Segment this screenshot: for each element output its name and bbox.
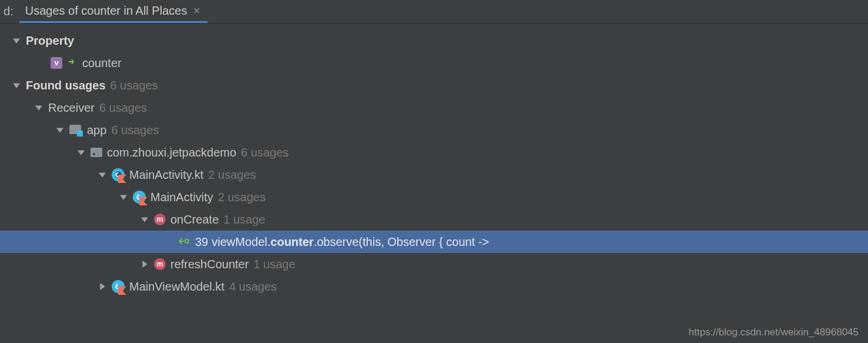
- file-label: MainViewModel.kt: [129, 275, 224, 298]
- property-name: counter: [82, 52, 122, 74]
- code-snippet: viewModel.counter.observe(this, Observer…: [212, 231, 489, 253]
- chevron-right-icon[interactable]: [96, 281, 108, 292]
- usage-count: 2 usages: [208, 164, 256, 186]
- chevron-right-icon[interactable]: [139, 258, 150, 270]
- kotlin-class-icon: [112, 280, 125, 293]
- chevron-down-icon[interactable]: [118, 191, 129, 203]
- chevron-down-icon[interactable]: [75, 146, 87, 158]
- svg-point-0: [185, 239, 189, 243]
- node-method-oncreate[interactable]: m onCreate 1 usage: [0, 208, 868, 231]
- kotlin-class-icon: [112, 168, 125, 181]
- node-property-item[interactable]: v counter: [0, 52, 868, 74]
- usage-count: 1 usage: [223, 208, 265, 231]
- usage-count: 6 usages: [99, 96, 147, 119]
- node-method-refreshcounter[interactable]: m refreshCounter 1 usage: [0, 253, 868, 275]
- usage-count: 1 usage: [253, 253, 295, 275]
- chevron-down-icon[interactable]: [139, 214, 150, 225]
- node-app[interactable]: app 6 usages: [0, 119, 868, 141]
- node-class-mainactivity[interactable]: MainActivity 2 usages: [0, 186, 868, 208]
- line-number: 39: [195, 231, 208, 253]
- module-icon: [69, 125, 82, 135]
- node-file-mainviewmodel[interactable]: MainViewModel.kt 4 usages: [0, 275, 868, 298]
- chevron-down-icon[interactable]: [11, 35, 22, 46]
- read-write-icon: [67, 56, 78, 69]
- usage-count: 2 usages: [218, 186, 266, 208]
- package-label: com.zhouxi.jetpackdemo: [107, 141, 236, 164]
- tab-bar: d: Usages of counter in All Places ✕: [0, 0, 868, 24]
- chevron-down-icon[interactable]: [54, 124, 66, 136]
- node-package[interactable]: com.zhouxi.jetpackdemo 6 usages: [0, 141, 868, 164]
- watermark: https://blog.csdn.net/weixin_48968045: [689, 327, 859, 338]
- tab-usages[interactable]: Usages of counter in All Places ✕: [19, 1, 208, 23]
- class-label: MainActivity: [150, 186, 213, 208]
- node-found-usages[interactable]: Found usages 6 usages: [0, 74, 868, 96]
- panel-prefix: d:: [4, 5, 14, 18]
- file-label: MainActivity.kt: [129, 164, 203, 186]
- node-property[interactable]: Property: [0, 29, 868, 52]
- node-usage-line[interactable]: 39 viewModel.counter.observe(this, Obser…: [0, 231, 868, 253]
- usage-count: 6 usages: [110, 74, 158, 96]
- node-file-mainactivity[interactable]: MainActivity.kt 2 usages: [0, 164, 868, 186]
- usage-count: 4 usages: [229, 275, 277, 298]
- usage-count: 6 usages: [111, 119, 159, 141]
- tab-title: Usages of counter in All Places: [25, 4, 187, 18]
- chevron-down-icon[interactable]: [11, 79, 22, 91]
- read-access-icon: [177, 232, 189, 252]
- receiver-label: Receiver: [48, 96, 95, 119]
- method-icon: m: [154, 258, 166, 270]
- close-icon[interactable]: ✕: [193, 5, 200, 16]
- kotlin-class-icon: [133, 191, 146, 204]
- method-label: onCreate: [170, 208, 219, 231]
- app-label: app: [87, 119, 106, 141]
- property-heading: Property: [26, 29, 74, 52]
- variable-icon: v: [51, 57, 62, 69]
- method-label: refreshCounter: [170, 253, 249, 275]
- found-usages-heading: Found usages: [26, 74, 106, 96]
- package-icon: [91, 148, 102, 157]
- usages-tree: Property v counter Found usages 6 usages…: [0, 24, 868, 298]
- node-receiver[interactable]: Receiver 6 usages: [0, 96, 868, 119]
- usage-count: 6 usages: [241, 141, 289, 164]
- method-icon: m: [154, 214, 166, 225]
- chevron-down-icon[interactable]: [96, 169, 108, 181]
- chevron-down-icon[interactable]: [33, 102, 45, 114]
